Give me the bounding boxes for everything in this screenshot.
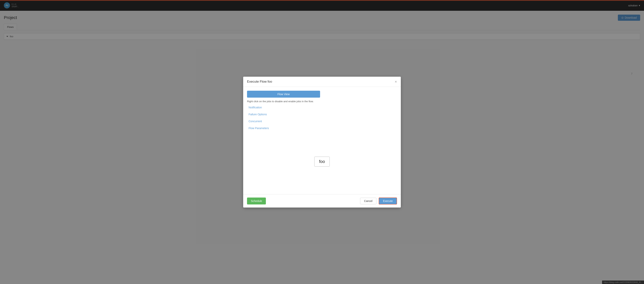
modal-footer: Schedule Cancel Execute (243, 194, 401, 208)
modal-body: Flow View Right click on the jobs to dis… (243, 87, 401, 194)
flow-view-button[interactable]: Flow View (247, 91, 320, 98)
modal-header: Execute Flow foo × (243, 77, 401, 87)
cancel-button[interactable]: Cancel (360, 198, 376, 204)
modal-overlay: Execute Flow foo × Flow View Right click… (0, 0, 644, 284)
failure-options-link[interactable]: Failure Options (247, 112, 397, 117)
footer-actions: Cancel Execute (360, 198, 397, 205)
schedule-button[interactable]: Schedule (247, 198, 266, 205)
flow-node-foo[interactable]: foo (314, 157, 330, 167)
hint-text: Right click on the jobs to disable and e… (247, 100, 397, 103)
modal-title: Execute Flow foo (247, 80, 272, 84)
execute-button[interactable]: Execute (379, 198, 397, 205)
modal-close-button[interactable]: × (395, 80, 397, 84)
execute-flow-modal: Execute Flow foo × Flow View Right click… (243, 77, 401, 208)
flow-parameters-link[interactable]: Flow Parameters (247, 126, 397, 130)
flow-diagram-area: foo (247, 133, 397, 190)
concurrent-link[interactable]: Concurrent (247, 119, 397, 124)
notification-link[interactable]: Notification (247, 105, 397, 110)
